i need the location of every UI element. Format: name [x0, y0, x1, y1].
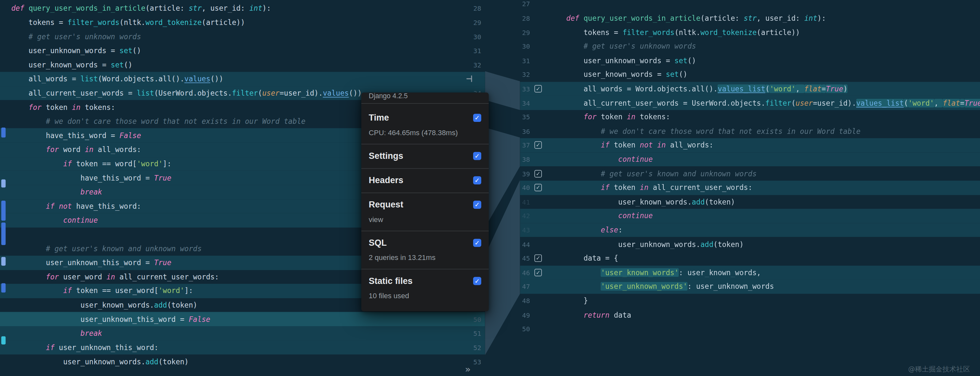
line-number: 36 [520, 127, 530, 135]
panel-section-header: Headers✓ [369, 174, 481, 186]
code-text: all_words = list(Word.objects.all().valu… [0, 75, 466, 83]
stage-line-checkbox[interactable]: ✓ [535, 184, 542, 191]
stage-line-checkbox[interactable]: ✓ [535, 85, 542, 92]
code-text: all_words = Word.objects.all().values_li… [546, 84, 980, 93]
line-number: 32 [520, 71, 530, 78]
scrollbar-change-marker[interactable] [1, 201, 5, 221]
code-line: 40✓ if token in all_current_user_words: [520, 180, 980, 195]
scrollbar-change-marker[interactable] [1, 223, 5, 245]
stage-line-checkbox[interactable]: ✓ [535, 255, 542, 262]
code-line: user_unknown_words = set()31 [0, 44, 485, 58]
panel-checkbox[interactable]: ✓ [473, 277, 481, 285]
code-text: user_unknown_this_word = False [0, 315, 466, 323]
stage-line-checkbox[interactable]: ✓ [535, 142, 542, 149]
gutter-checkbox-cell: ✓ [530, 269, 546, 276]
line-number: 42 [520, 212, 530, 220]
panel-section-sql[interactable]: SQL✓2 queries in 13.21ms [361, 231, 489, 269]
panel-section-title: Time [369, 111, 389, 124]
panel-checkbox[interactable]: ✓ [473, 152, 481, 160]
code-line: 42 continue [520, 209, 980, 223]
code-line: 36 # we don't care those word that not e… [520, 124, 980, 139]
code-text: if user_unknown_this_word: [0, 343, 466, 352]
line-number: 48 [520, 297, 530, 304]
code-text: user_unknown_words = set() [0, 46, 466, 55]
code-line: user_unknown_words.add(token)53 [0, 355, 485, 369]
diff-editor: def query_user_words_in_article(article:… [0, 0, 980, 376]
line-number: 35 [520, 113, 530, 121]
panel-section-title: Settings [369, 150, 404, 162]
code-text: tokens = filter_words(nltk.word_tokenize… [0, 18, 466, 27]
code-line: if user_unknown_this_word:52 [0, 340, 485, 355]
code-line: 32 user_known_words = set() [520, 67, 980, 82]
code-line: 48 } [520, 294, 980, 308]
line-number: 30 [520, 43, 530, 50]
line-number: 45 [520, 255, 530, 262]
line-number: 47 [520, 283, 530, 290]
django-debug-toolbar-panel: Django 4.2.5 Time✓CPU: 464.65ms (478.38m… [361, 92, 489, 311]
scrollbar-change-marker[interactable] [1, 336, 5, 344]
line-number: 28 [466, 5, 485, 12]
line-number: 33 [520, 85, 530, 92]
line-number: 40 [520, 184, 530, 191]
gutter-checkbox-cell: ✓ [530, 142, 546, 149]
code-line: # get user's unknown words30 [0, 30, 485, 44]
code-text: data = { [546, 254, 980, 263]
code-text: } [546, 296, 980, 305]
code-text: # get user's unknown words [546, 42, 980, 51]
line-number: 46 [520, 269, 530, 276]
scrollbar-change-marker[interactable] [1, 179, 5, 187]
code-line: 41 user_known_words.add(token) [520, 195, 980, 209]
panel-section-request[interactable]: Request✓view [361, 193, 489, 231]
code-text: if token not in all_words: [546, 141, 980, 150]
diff-chunk-bridges [485, 0, 520, 376]
line-number: 37 [520, 142, 530, 149]
scrollbar-change-marker[interactable] [1, 127, 5, 137]
panel-checkbox[interactable]: ✓ [473, 239, 481, 247]
panel-section-subtitle: CPU: 464.65ms (478.38ms) [369, 127, 481, 137]
line-number: 51 [466, 330, 485, 337]
panel-section-header: Time✓ [369, 111, 481, 124]
gutter-checkbox-cell: ✓ [530, 85, 546, 92]
line-number: 52 [466, 344, 485, 351]
panel-section-static-files[interactable]: Static files✓10 files used [361, 269, 489, 307]
panel-section-time[interactable]: Time✓CPU: 464.65ms (478.38ms) [361, 104, 489, 143]
code-line: break51 [0, 327, 485, 341]
panel-section-headers[interactable]: Headers✓ [361, 168, 489, 193]
code-line: 43 else: [520, 223, 980, 237]
code-line: tokens = filter_words(nltk.word_tokenize… [0, 15, 485, 30]
panel-checkbox[interactable]: ✓ [473, 113, 481, 121]
code-text: # we don't care those word that not exis… [546, 127, 980, 135]
line-number: 34 [520, 99, 530, 107]
panel-section-header: Settings✓ [369, 150, 481, 162]
code-line: 47 'user_unknown_words': user_unknown_wo… [520, 279, 980, 294]
code-text: else: [546, 226, 980, 234]
code-line: user_known_words = set()32 [0, 58, 485, 72]
panel-section-header: Request✓ [369, 198, 481, 211]
django-version-label: Django 4.2.5 [361, 92, 489, 104]
expand-chevron-icon[interactable]: » [465, 364, 471, 375]
panel-sections: Time✓CPU: 464.65ms (478.38ms)Settings✓He… [361, 104, 489, 307]
stage-line-checkbox[interactable]: ✓ [535, 170, 542, 177]
code-text: break [0, 329, 466, 338]
code-line: 49 return data [520, 308, 980, 322]
stage-line-checkbox[interactable]: ✓ [535, 269, 542, 276]
panel-checkbox[interactable]: ✓ [473, 176, 481, 184]
line-number: 32 [466, 61, 485, 69]
panel-checkbox[interactable]: ✓ [473, 200, 481, 209]
panel-section-title: Request [369, 198, 404, 211]
line-number: 31 [520, 57, 530, 64]
chunk-handle-icon[interactable] [465, 74, 474, 86]
line-number: 29 [520, 29, 530, 36]
line-number: 44 [520, 241, 530, 248]
scrollbar-change-marker[interactable] [1, 257, 5, 266]
code-line: 38 continue [520, 152, 980, 167]
code-text: if token in all_current_user_words: [546, 183, 980, 192]
code-text: all_current_user_words = UserWord.object… [546, 99, 980, 107]
panel-section-settings[interactable]: Settings✓ [361, 144, 489, 168]
line-number: 50 [520, 325, 530, 333]
line-number: 31 [466, 47, 485, 54]
scrollbar-change-marker[interactable] [1, 283, 5, 293]
line-number: 38 [520, 156, 530, 163]
panel-section-title: Static files [369, 274, 412, 287]
code-text: 'user_known_words': user_known_words, [546, 268, 980, 277]
